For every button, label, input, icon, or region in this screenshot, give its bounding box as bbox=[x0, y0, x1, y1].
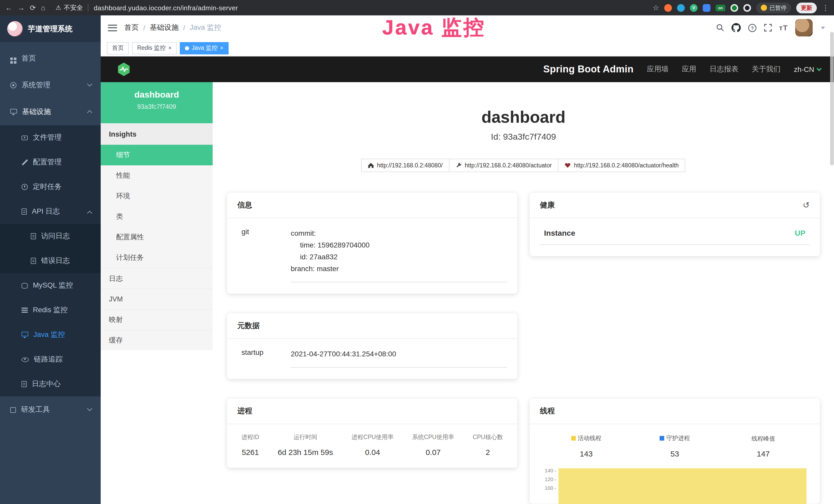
address-bar-url[interactable]: dashboard.yudao.iocoder.cn/infra/admin-s… bbox=[94, 4, 238, 12]
forward-icon[interactable]: → bbox=[18, 4, 25, 11]
security-warning-label: 不安全 bbox=[64, 3, 83, 12]
sidebar-item-infrastructure[interactable]: 基础设施 bbox=[0, 98, 101, 125]
sba-menu-mappings[interactable]: 映射 bbox=[101, 309, 213, 330]
reload-icon[interactable]: ⟳ bbox=[30, 4, 36, 11]
site-security-chip[interactable]: ⚠ 不安全 bbox=[56, 3, 83, 12]
sidebar-item-dev-tools[interactable]: 研发工具 bbox=[0, 396, 101, 423]
col-header: 进程CPU使用率 bbox=[352, 434, 394, 441]
user-avatar[interactable] bbox=[795, 19, 813, 37]
browser-chrome: ← → ⟳ ⌂ ⚠ 不安全 dashboard.yudao.iocoder.cn… bbox=[0, 0, 834, 16]
hamburger-icon[interactable] bbox=[108, 24, 117, 31]
sidebar-item-config-management[interactable]: 配置管理 bbox=[0, 150, 101, 175]
spring-boot-admin: Spring Boot Admin 应用墙 应用 日志报表 关于我们 zh-CN… bbox=[101, 56, 834, 504]
sidebar-item-label: 日志中心 bbox=[32, 380, 61, 389]
help-icon[interactable]: ? bbox=[748, 23, 756, 32]
sidebar-menu: 首页 系统管理 基础设施 文件管理 bbox=[0, 42, 101, 423]
github-icon[interactable] bbox=[731, 23, 741, 32]
y-tick: 100 bbox=[540, 484, 558, 493]
sidebar-item-label: 定时任务 bbox=[33, 182, 62, 191]
sidebar-item-system-management[interactable]: 系统管理 bbox=[0, 72, 101, 98]
tab-redis-monitor[interactable]: Redis 监控 × bbox=[132, 42, 177, 54]
sidebar-item-scheduled-jobs[interactable]: 定时任务 bbox=[0, 175, 101, 199]
process-col-pid: 进程ID 5261 bbox=[241, 434, 259, 457]
sba-menu-scheduled-tasks[interactable]: 计划任务 bbox=[101, 248, 213, 268]
home-icon[interactable]: ⌂ bbox=[41, 4, 45, 11]
sba-menu-classes[interactable]: 类 bbox=[101, 206, 213, 227]
sidebar-item-java-monitor[interactable]: Java 监控 bbox=[0, 322, 101, 347]
breadcrumb-infrastructure[interactable]: 基础设施 bbox=[150, 23, 178, 32]
legend-live-threads: 活动线程 143 bbox=[542, 434, 631, 458]
card-body: 活动线程 143 守护进程 53 线程峰值 bbox=[530, 425, 820, 504]
card-header: 健康 ↺ bbox=[530, 192, 820, 218]
sidebar-item-access-log[interactable]: 访问日志 bbox=[0, 224, 101, 249]
sba-menu-config-props[interactable]: 配置属性 bbox=[101, 227, 213, 248]
extension-grid-icon[interactable] bbox=[703, 4, 710, 12]
back-icon[interactable]: ← bbox=[5, 4, 12, 11]
sba-menu-environment[interactable]: 环境 bbox=[101, 186, 213, 206]
sba-menu-caches[interactable]: 缓存 bbox=[101, 330, 213, 350]
extension-drop-icon[interactable] bbox=[677, 4, 685, 12]
sba-menu-metrics[interactable]: 性能 bbox=[101, 165, 213, 186]
col-header: 运行时间 bbox=[278, 434, 333, 441]
database-icon bbox=[22, 283, 28, 288]
document-icon bbox=[31, 233, 36, 239]
extension-leaf-icon[interactable] bbox=[730, 4, 738, 12]
sidebar-item-mysql-monitor[interactable]: MySQL 监控 bbox=[0, 273, 101, 298]
sidebar-item-log-center[interactable]: 日志中心 bbox=[0, 372, 101, 396]
app-logo[interactable]: 芋道管理系统 bbox=[0, 16, 101, 42]
sidebar-item-label: Java 监控 bbox=[34, 330, 65, 339]
sba-menu-logs[interactable]: 日志 bbox=[101, 268, 213, 289]
sba-menu-section: Insights bbox=[101, 123, 213, 145]
sba-nav-applications[interactable]: 应用 bbox=[682, 65, 696, 74]
extension-paw-icon[interactable] bbox=[743, 4, 751, 12]
sba-menu: Insights 细节 性能 环境 类 配置属性 计划任务 日志 JVM 映射 … bbox=[101, 123, 213, 350]
history-icon[interactable]: ↺ bbox=[803, 201, 810, 209]
sidebar-item-file-management[interactable]: 文件管理 bbox=[0, 125, 101, 150]
extension-vue-icon[interactable]: V bbox=[690, 4, 698, 12]
browser-menu-icon[interactable]: ⋮ bbox=[822, 4, 829, 11]
sidebar-item-home[interactable]: 首页 bbox=[0, 45, 101, 72]
sidebar-item-tracing[interactable]: 链路追踪 bbox=[0, 347, 101, 372]
sba-menu-details[interactable]: 细节 bbox=[101, 145, 213, 165]
breadcrumb-home[interactable]: 首页 bbox=[124, 23, 139, 32]
sba-nav-journal[interactable]: 日志报表 bbox=[710, 65, 739, 74]
tab-home[interactable]: 首页 bbox=[107, 42, 129, 54]
legend-value: 53 bbox=[631, 450, 719, 458]
fullscreen-icon[interactable] bbox=[764, 24, 772, 32]
upload-icon bbox=[22, 135, 28, 140]
clock-icon bbox=[22, 184, 28, 190]
sidebar-item-redis-monitor[interactable]: Redis 监控 bbox=[0, 298, 101, 322]
close-icon[interactable]: × bbox=[220, 45, 223, 51]
actuator-url-link[interactable]: http://192.168.0.2:48080/actuator bbox=[449, 159, 558, 172]
search-icon[interactable] bbox=[716, 24, 724, 32]
sidebar-item-api-log[interactable]: API 日志 bbox=[0, 199, 101, 224]
metadata-key: startup bbox=[237, 348, 291, 368]
bookmark-star-icon[interactable]: ☆ bbox=[653, 4, 659, 11]
git-time-line: time: 1596289704000 bbox=[291, 239, 507, 251]
instance-subtitle: Id: 93a3fc7f7409 bbox=[213, 132, 834, 142]
breadcrumb: 首页 基础设施 Java 监控 bbox=[124, 23, 221, 32]
font-size-icon[interactable]: ᴛT bbox=[779, 24, 788, 32]
extension-fox-icon[interactable] bbox=[664, 4, 672, 12]
card-body: startup 2021-04-27T00:44:31.254+08:00 bbox=[227, 339, 517, 379]
instance-header[interactable]: dashboard 93a3fc7f7409 bbox=[101, 82, 213, 123]
sba-nav-wallboard[interactable]: 应用墙 bbox=[647, 65, 668, 74]
document-icon bbox=[22, 381, 27, 387]
sba-menu-jvm[interactable]: JVM bbox=[101, 289, 213, 309]
service-url-link[interactable]: http://192.168.0.2:48080/ bbox=[361, 159, 449, 172]
health-url-link[interactable]: http://192.168.0.2:48080/actuator/health bbox=[558, 159, 685, 172]
avatar-caret-icon[interactable] bbox=[821, 26, 825, 29]
sidebar-item-error-log[interactable]: 错误日志 bbox=[0, 249, 101, 273]
locale-selector[interactable]: zh-CN bbox=[794, 65, 821, 73]
update-button[interactable]: 更新 bbox=[796, 2, 817, 13]
instance-id: 93a3fc7f7409 bbox=[101, 103, 213, 110]
sba-brand[interactable] bbox=[116, 62, 132, 77]
sba-nav-about[interactable]: 关于我们 bbox=[752, 65, 781, 74]
tab-java-monitor[interactable]: Java 监控 × bbox=[180, 42, 228, 54]
extension-on-icon[interactable]: on bbox=[716, 4, 725, 11]
vertical-scrollbar[interactable] bbox=[830, 32, 834, 165]
monitor-icon bbox=[10, 109, 17, 113]
close-icon[interactable]: × bbox=[168, 45, 172, 51]
card-body: 进程ID 5261 运行时间 6d 23h 15m 59s bbox=[227, 425, 517, 468]
paused-badge[interactable]: 已暂停 bbox=[756, 2, 791, 13]
